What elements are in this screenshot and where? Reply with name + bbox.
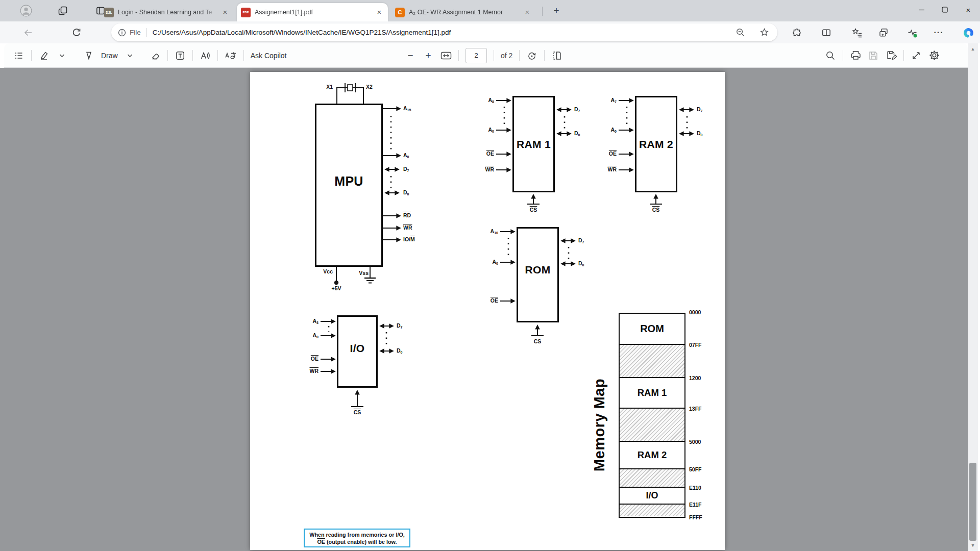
url-text[interactable]: C:/Users/Asus/AppData/Local/Microsoft/Wi… [153,29,736,36]
divider [458,50,459,61]
favorite-icon[interactable] [760,28,769,37]
browser-essentials-icon[interactable] [904,26,920,40]
maximize-button[interactable] [933,0,957,19]
tab-sheridan-login[interactable]: D2L Login - Sheridan Learning and Te × [100,3,234,21]
divider [146,28,146,37]
minimize-button[interactable] [910,0,933,19]
search-icon[interactable] [825,47,836,64]
signal-label: CS [529,339,546,344]
copilot-favicon: C [395,8,405,17]
tab-title: A₂ OE- WR Assignment 1 Memor [409,9,519,16]
info-icon[interactable] [117,28,127,37]
chevron-down-icon[interactable] [125,47,136,64]
chevron-down-icon[interactable] [56,47,67,64]
fit-width-icon[interactable] [440,47,452,64]
signal-label: Vss [352,270,369,276]
signal-label: A0 [600,127,617,134]
signal-label: OE [600,151,617,157]
tab-assignment-pdf[interactable]: PDF Assignement1[1].pdf × [237,3,388,21]
memory-map-unused [620,409,684,442]
tab-copilot-chat[interactable]: C A₂ OE- WR Assignment 1 Memor × [391,3,536,21]
signal-label: Vcc [314,269,333,274]
zoom-icon[interactable] [736,28,745,37]
signal-label: A0 [478,127,494,134]
address-bar[interactable]: File C:/Users/Asus/AppData/Local/Microso… [111,23,777,41]
scrollbar-thumb[interactable] [969,463,976,541]
workspaces-icon[interactable] [55,4,70,18]
highlighter-icon[interactable] [38,47,50,64]
tab-separator [542,7,543,16]
save-as-icon[interactable] [886,47,897,64]
back-icon[interactable] [20,26,36,40]
text-box-icon[interactable] [175,47,186,64]
signal-label: WR [477,167,494,172]
page-view-icon[interactable] [551,47,562,64]
draw-pen-icon[interactable] [83,47,94,64]
address-label: 07FF [689,342,702,348]
rotate-icon[interactable] [526,47,537,64]
close-tab-icon[interactable]: × [375,8,384,17]
zoom-out-icon[interactable]: − [405,47,416,64]
signal-label: WR [403,225,412,231]
save-icon [868,47,879,64]
signal-label: A3 [303,318,318,325]
signal-label: +5V [325,286,348,291]
profile-icon[interactable] [18,4,34,18]
close-tab-icon[interactable]: × [220,8,230,17]
signal-label: A10 [479,229,498,236]
signal-label: WR [301,368,318,374]
note-line1: When reading from memories or I/O, [305,531,409,538]
signal-label: X2 [366,84,373,90]
eraser-icon[interactable] [150,47,161,64]
signal-label: D7 [574,107,580,114]
read-aloud-icon[interactable] [200,47,211,64]
signal-label: RD [403,213,411,218]
signal-label: D0 [697,131,703,138]
refresh-icon[interactable] [69,26,84,40]
divider [903,50,904,61]
navigation-bar: File C:/Users/Asus/AppData/Local/Microso… [0,21,980,43]
memory-map-rom: ROM [620,314,684,345]
mpu-label: MPU [315,174,383,189]
print-icon[interactable] [850,47,861,64]
page-count-label: of 2 [501,52,512,60]
scroll-down-icon[interactable]: ▼ [968,541,978,550]
split-screen-icon[interactable] [819,26,834,40]
divider [519,50,520,61]
io-label: I/O [337,342,378,355]
collections-icon[interactable] [876,26,891,40]
close-window-button[interactable]: × [957,0,980,19]
signal-label: D0 [578,261,584,268]
more-icon[interactable]: ··· [931,26,946,40]
draw-button[interactable]: Draw [101,52,118,60]
memory-map-ram2: RAM 2 [620,442,684,469]
scrollbar[interactable]: ▲ ▼ [968,43,978,551]
address-label: E110 [689,485,701,491]
page-number-input[interactable] [465,48,487,63]
signal-label: OE [302,356,318,362]
close-tab-icon[interactable]: × [523,8,532,17]
address-label: 50FF [689,467,702,472]
toc-icon[interactable] [13,47,24,64]
favorites-bar-icon[interactable] [849,26,865,40]
tab-title: Login - Sheridan Learning and Te [118,9,216,16]
rom-label: ROM [517,264,559,276]
signal-label: A0 [403,153,409,160]
fullscreen-icon[interactable] [911,47,922,64]
memory-map-unused [620,345,684,378]
zoom-in-icon[interactable]: + [423,47,434,64]
note-box: When reading from memories or I/O, OE (o… [304,529,410,547]
scroll-up-icon[interactable]: ▲ [968,44,978,54]
divider [31,50,32,61]
ask-copilot-button[interactable]: Ask Copilot [251,52,287,60]
extensions-icon[interactable] [789,26,804,40]
settings-icon[interactable] [928,47,940,64]
file-scheme-label: File [130,29,141,36]
copilot-icon[interactable] [961,26,976,40]
tab-bar: D2L Login - Sheridan Learning and Te × P… [0,0,980,21]
pdf-toolbar: Draw Ask Copilot − + of 2 [4,43,968,68]
new-tab-button[interactable]: + [549,4,564,17]
signal-label: CS [648,207,664,213]
translate-icon[interactable] [225,47,237,64]
signal-label: D0 [574,131,580,138]
